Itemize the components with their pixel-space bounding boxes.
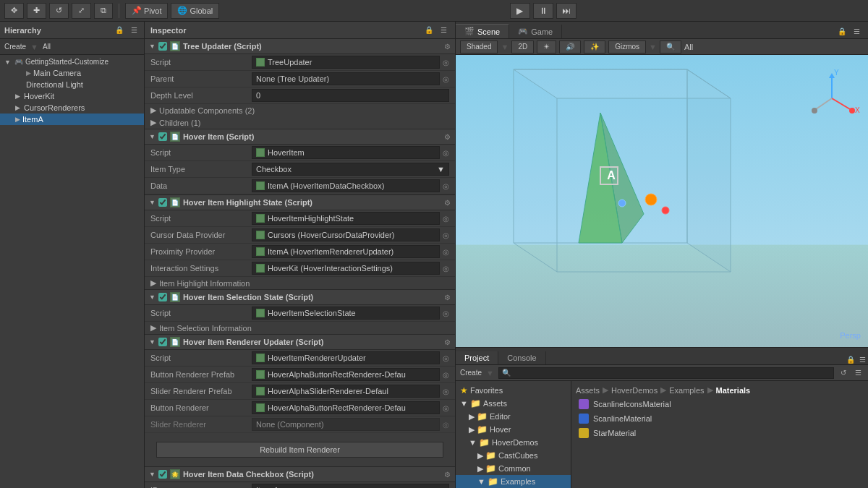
component-hover-item-toggle[interactable] bbox=[158, 132, 167, 141]
proximity-value[interactable]: ItemA (HoverItemRendererUpdater) bbox=[252, 245, 440, 258]
hover-item-script-value[interactable]: HoverItem bbox=[252, 146, 440, 159]
expand-children[interactable]: ▶ Children (1) bbox=[145, 116, 455, 129]
hover-highlight-toggle[interactable] bbox=[158, 198, 167, 207]
gizmos-btn[interactable]: Gizmos bbox=[608, 40, 646, 53]
item-type-dropdown[interactable]: Checkbox ▼ bbox=[252, 163, 449, 176]
hierarchy-item-directional-light[interactable]: Directional Light bbox=[0, 79, 144, 90]
slider-renderer-prefab-value[interactable]: HoverAlphaSliderRenderer-Defaul bbox=[252, 385, 440, 398]
play-button[interactable]: ▶ bbox=[510, 3, 530, 19]
tab-console[interactable]: Console bbox=[498, 351, 545, 364]
viewport-lock[interactable]: 🔒 bbox=[835, 27, 848, 36]
pivot-btn[interactable]: 📌 Pivot bbox=[125, 3, 168, 19]
btn-prefab-select[interactable]: ◎ bbox=[443, 371, 449, 379]
component-hover-highlight-header[interactable]: ▼ 📄 Hover Item Highlight State (Script) … bbox=[145, 195, 455, 210]
field-depth-value[interactable]: 0 bbox=[252, 89, 449, 102]
hover-data-checkbox-toggle[interactable] bbox=[158, 470, 167, 479]
hover-selection-settings[interactable]: ⚙ bbox=[444, 294, 451, 301]
shaded-btn[interactable]: Shaded bbox=[460, 40, 498, 53]
hierarchy-menu[interactable]: ☰ bbox=[129, 25, 140, 35]
proximity-select-btn[interactable]: ◎ bbox=[443, 248, 449, 256]
layers-btn[interactable]: ⧉ bbox=[94, 3, 113, 19]
field-tree-updater-script-value[interactable]: TreeUpdater bbox=[252, 56, 440, 69]
tab-project[interactable]: Project bbox=[456, 351, 498, 364]
component-hover-data-checkbox-header[interactable]: ▼ 🌟 Hover Item Data Checkbox (Script) ⚙ bbox=[145, 467, 455, 482]
component-hover-selection-header[interactable]: ▼ 📄 Hover Item Selection State (Script) … bbox=[145, 290, 455, 305]
hierarchy-lock[interactable]: 🔒 bbox=[113, 25, 126, 35]
lighting-btn[interactable]: ☀ bbox=[537, 40, 556, 53]
inspector-lock[interactable]: 🔒 bbox=[422, 25, 435, 35]
button-renderer-prefab-value[interactable]: HoverAlphaButtonRectRenderer-Defau bbox=[252, 368, 440, 381]
transform-tools[interactable]: ✥ bbox=[4, 3, 24, 19]
proj-favorites[interactable]: ★ Favorites bbox=[456, 384, 571, 397]
field-parent-value[interactable]: None (Tree Updater) bbox=[252, 72, 440, 85]
proj-hover[interactable]: ▶ 📁 Hover bbox=[456, 423, 571, 436]
cursor-select-btn[interactable]: ◎ bbox=[443, 231, 449, 239]
proj-castcubes[interactable]: ▶ 📁 CastCubes bbox=[456, 449, 571, 462]
hover-renderer-toggle[interactable] bbox=[158, 338, 167, 346]
data-select-btn[interactable]: ◎ bbox=[443, 182, 449, 190]
interaction-select-btn[interactable]: ◎ bbox=[443, 265, 449, 273]
hierarchy-scene-root[interactable]: ▼ 🎮 GettingStarted-Customize bbox=[0, 56, 144, 67]
selection-script-value[interactable]: HoverItemSelectionState bbox=[252, 307, 440, 320]
expand-updatable-components[interactable]: ▶ Updatable Components (2) bbox=[145, 104, 455, 116]
hover-item-data-value[interactable]: ItemA (HoverItemDataCheckbox) bbox=[252, 179, 440, 192]
scale-btn[interactable]: ⤢ bbox=[72, 3, 91, 19]
2d-btn[interactable]: 2D bbox=[511, 40, 534, 53]
hover-highlight-settings[interactable]: ⚙ bbox=[444, 199, 451, 207]
data-checkbox-settings[interactable]: ⚙ bbox=[444, 471, 451, 479]
undo-btn[interactable]: ↺ bbox=[49, 3, 69, 19]
hierarchy-item-cursor-renderers[interactable]: ▶ CursorRenderers bbox=[0, 102, 144, 114]
search-btn[interactable]: 🔍 bbox=[660, 40, 681, 53]
proj-common[interactable]: ▶ 📁 Common bbox=[456, 462, 571, 475]
cursor-data-value[interactable]: Cursors (HoverCursorDataProvider) bbox=[252, 228, 440, 241]
scene-view[interactable]: Y X A Persp bbox=[456, 55, 868, 347]
project-create-btn[interactable]: Create bbox=[460, 369, 482, 377]
tab-scene[interactable]: 🎬 Scene bbox=[456, 24, 509, 38]
proj-sync-btn[interactable]: ↺ bbox=[838, 368, 848, 377]
tab-game[interactable]: 🎮 Game bbox=[509, 25, 562, 38]
proj-assets[interactable]: ▼ 📁 Assets bbox=[456, 397, 571, 410]
component-hover-renderer-header[interactable]: ▼ 📄 Hover Item Renderer Updater (Script)… bbox=[145, 335, 455, 350]
hover-selection-toggle[interactable] bbox=[158, 293, 167, 301]
proj-hoverdemos[interactable]: ▼ 📁 HoverDemos bbox=[456, 436, 571, 449]
renderer-script-select[interactable]: ◎ bbox=[443, 354, 449, 362]
hierarchy-all-btn[interactable]: All bbox=[43, 43, 51, 51]
component-settings-icon[interactable]: ⚙ bbox=[444, 43, 451, 51]
fx-btn[interactable]: ✨ bbox=[584, 40, 605, 53]
field-select-btn[interactable]: ◎ bbox=[443, 59, 449, 67]
expand-highlight-info[interactable]: ▶ Item Highlight Information bbox=[145, 277, 455, 289]
hierarchy-create-btn[interactable]: Create bbox=[4, 43, 26, 51]
selection-script-select[interactable]: ◎ bbox=[443, 309, 449, 317]
pause-button[interactable]: ⏸ bbox=[533, 3, 553, 19]
proj-filter-btn[interactable]: ☰ bbox=[853, 368, 864, 377]
project-lock[interactable]: 🔒 bbox=[844, 355, 857, 364]
proj-examples[interactable]: ▼ 📁 Examples bbox=[456, 475, 571, 488]
global-btn[interactable]: 🌐 Global bbox=[171, 3, 219, 19]
interaction-settings-value[interactable]: HoverKit (HoverInteractionSettings) bbox=[252, 262, 440, 275]
add-btn[interactable]: ✚ bbox=[27, 3, 46, 19]
file-scanline-material[interactable]: ScanlineMaterial bbox=[576, 412, 864, 425]
step-button[interactable]: ⏭ bbox=[556, 3, 576, 19]
viewport-menu[interactable]: ☰ bbox=[851, 27, 862, 36]
slider-renderer-select[interactable]: ◎ bbox=[443, 421, 449, 429]
id-value[interactable]: Item-1 bbox=[252, 484, 449, 488]
proj-editor[interactable]: ▶ 📁 Editor bbox=[456, 410, 571, 423]
inspector-menu[interactable]: ☰ bbox=[438, 25, 449, 35]
component-tree-updater-header[interactable]: ▼ 📄 Tree Updater (Script) ⚙ bbox=[145, 39, 455, 54]
file-scanline-icons-material[interactable]: ScanlineIconsMaterial bbox=[576, 398, 864, 411]
audio-btn[interactable]: 🔊 bbox=[559, 40, 581, 53]
file-star-material[interactable]: StarMaterial bbox=[576, 427, 864, 440]
btn-renderer-select[interactable]: ◎ bbox=[443, 404, 449, 412]
highlight-script-select[interactable]: ◎ bbox=[443, 215, 449, 223]
hover-renderer-settings[interactable]: ⚙ bbox=[444, 338, 451, 346]
hover-item-settings-icon[interactable]: ⚙ bbox=[444, 133, 451, 141]
component-hover-item-header[interactable]: ▼ 📄 Hover Item (Script) ⚙ bbox=[145, 129, 455, 145]
field-parent-select[interactable]: ◎ bbox=[443, 75, 449, 83]
button-renderer-value[interactable]: HoverAlphaButtonRectRenderer-Defau bbox=[252, 401, 440, 414]
component-tree-updater-toggle[interactable] bbox=[158, 42, 167, 51]
hierarchy-item-hoverkit[interactable]: ▶ HoverKit bbox=[0, 90, 144, 102]
hierarchy-item-itema[interactable]: ▶ ItemA bbox=[0, 114, 144, 125]
slider-prefab-select[interactable]: ◎ bbox=[443, 388, 449, 395]
expand-selection-info[interactable]: ▶ Item Selection Information bbox=[145, 322, 455, 334]
hover-item-script-select[interactable]: ◎ bbox=[443, 149, 449, 157]
